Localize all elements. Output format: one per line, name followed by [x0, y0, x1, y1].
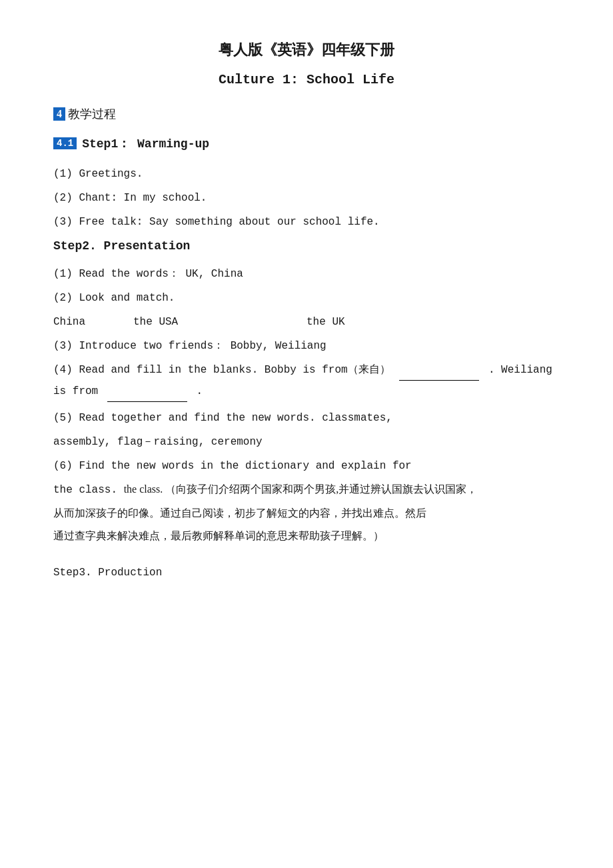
page-title: 粤人版《英语》四年级下册 — [53, 40, 560, 60]
badge-41: 4.1 — [53, 137, 77, 149]
presentation-item-1: (1) Read the words： UK, China — [53, 263, 560, 285]
item-6-line3: 从而加深孩子的印像。通过自己阅读，初步了解短文的内容，并找出难点。然后 — [53, 503, 560, 523]
section-4-header: 4 教学过程 — [53, 106, 560, 122]
item-4-period: . — [488, 364, 501, 376]
badge-4: 4 — [53, 107, 65, 121]
section-4-title: 教学过程 — [68, 106, 116, 122]
warmup-item-2: (2) Chant: In my school. — [53, 187, 560, 209]
usa-label: the USA — [120, 311, 306, 333]
item-6-line1: (6) Find the new words in the dictionary… — [53, 455, 560, 477]
step-41-label: Step1： Warming-up — [82, 135, 209, 151]
fill-blank-2 — [107, 401, 187, 402]
presentation-item-5: (5) Read together and find the new words… — [53, 407, 560, 429]
warmup-item-1: (1) Greetings. — [53, 163, 560, 185]
item-6-the: the class. — [53, 484, 124, 496]
step-41-header: 4.1 Step1： Warming-up — [53, 135, 560, 151]
item-6-line4: 通过查字典来解决难点，最后教师解释单词的意思来帮助孩子理解。） — [53, 526, 560, 546]
uk-label: the UK — [306, 311, 345, 333]
china-label: China — [53, 311, 120, 333]
step3-header: Step3. Production — [53, 567, 560, 579]
fill-blank-1 — [399, 380, 479, 381]
item-4-period2: . — [196, 385, 203, 397]
warmup-item-3: (3) Free talk: Say something about our s… — [53, 211, 560, 233]
presentation-item-5-cont: assembly, flag－raising, ceremony — [53, 431, 560, 453]
presentation-item-4: (4) Read and fill in the blanks. Bobby i… — [53, 359, 560, 402]
item-6-chinese1: the class. （向孩子们介绍两个国家和两个男孩,并通过辨认国旗去认识国家… — [124, 483, 478, 495]
step2-header: Step2. Presentation — [53, 239, 560, 253]
item-6-line2: the class. the class. （向孩子们介绍两个国家和两个男孩,并… — [53, 479, 560, 501]
presentation-item-2: (2) Look and match. — [53, 287, 560, 309]
presentation-item-6: (6) Find the new words in the dictionary… — [53, 455, 560, 547]
item-4-text1: (4) Read and fill in the blanks. Bobby i… — [53, 364, 390, 376]
country-line: China the USA the UK — [53, 311, 560, 333]
subtitle: Culture 1: School Life — [53, 72, 560, 87]
presentation-item-3: (3) Introduce two friends： Bobby, Weilia… — [53, 335, 560, 357]
